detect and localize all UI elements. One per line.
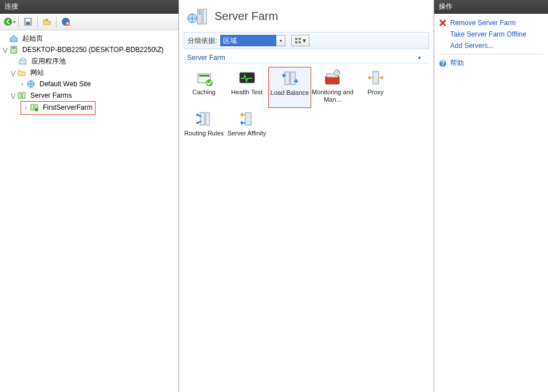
action-label: Take Server Farm Offline	[450, 30, 526, 38]
tree-sites[interactable]: ⋁ 网站	[1, 67, 178, 78]
toolbar-separator	[56, 16, 57, 27]
connections-header: 连接	[0, 0, 178, 14]
svg-point-0	[4, 18, 12, 26]
actions-panel: 操作 Remove Server Farm Take Server Farm O…	[434, 0, 548, 392]
group-by-dropdown-button[interactable]: ▾	[276, 35, 285, 46]
load-balance-icon	[280, 69, 300, 88]
actions-separator	[439, 54, 543, 54]
expand-toggle[interactable]: ⋁	[9, 70, 17, 76]
tree-label: 应用程序池	[30, 56, 67, 67]
svg-point-27	[206, 79, 213, 86]
svg-rect-12	[22, 93, 25, 98]
toolbar-separator	[37, 16, 38, 27]
svg-rect-35	[200, 113, 205, 125]
tree-default-site[interactable]: › Default Web Site	[1, 78, 178, 90]
svg-rect-9	[19, 60, 26, 64]
tree-first-server-farm[interactable]: › FirstServerFarm	[22, 102, 94, 113]
tree-label: Server Farms	[29, 91, 74, 100]
health-test-icon	[237, 68, 257, 87]
folder-icon	[17, 68, 26, 77]
action-label: Add Servers...	[450, 42, 494, 50]
connections-panel: 连接 ▾ 起始页 ⋁ DESKTOP-BDB2250 (DESKTOP-BDB2…	[0, 0, 179, 392]
svg-rect-26	[199, 75, 209, 77]
tree-server-farms[interactable]: ⋁ Server Farms	[1, 90, 178, 101]
feature-label: Server Affinity	[228, 130, 267, 137]
feature-load-balance[interactable]: Load Balance	[268, 67, 311, 108]
tree-label: 网站	[29, 67, 46, 78]
group-header-label: Server Farm	[187, 54, 225, 62]
tree-label: 起始页	[21, 33, 45, 44]
svg-point-38	[196, 122, 198, 124]
server-farm-title-icon	[187, 6, 208, 26]
svg-rect-19	[198, 11, 201, 12]
caching-icon	[194, 68, 214, 87]
svg-rect-22	[299, 38, 301, 40]
actions-header: 操作	[434, 0, 548, 14]
group-by-label: 分组依据:	[188, 36, 217, 46]
toolbar-separator	[18, 16, 19, 27]
action-add-servers[interactable]: Add Servers...	[439, 40, 543, 51]
remove-connection-button[interactable]	[59, 15, 73, 28]
tree-label: FirstServerFarm	[41, 103, 94, 112]
expand-toggle[interactable]: ⋁	[9, 93, 17, 99]
action-label: 帮助	[450, 58, 464, 68]
server-farm-item-icon	[30, 103, 39, 112]
tree-server-node[interactable]: ⋁ DESKTOP-BDB2250 (DESKTOP-BDB2250\Z)	[1, 44, 178, 55]
tree-start-page[interactable]: 起始页	[1, 33, 178, 44]
action-help[interactable]: ? 帮助	[439, 57, 543, 70]
connections-tree[interactable]: 起始页 ⋁ DESKTOP-BDB2250 (DESKTOP-BDB2250\Z…	[0, 30, 178, 117]
feature-label: Health Test	[231, 89, 263, 96]
svg-point-15	[35, 108, 38, 111]
home-icon	[9, 34, 18, 43]
svg-rect-2	[26, 19, 30, 21]
action-take-offline[interactable]: Take Server Farm Offline	[439, 29, 543, 40]
expand-toggle[interactable]: ⋁	[1, 47, 9, 53]
svg-point-37	[196, 114, 198, 116]
help-icon: ?	[439, 59, 447, 67]
tree-app-pools[interactable]: 应用程序池	[1, 55, 178, 67]
view-change-button[interactable]: ▾	[291, 35, 309, 46]
group-by-bar: 分组依据: 区域 ▾ ▾	[184, 32, 429, 49]
open-folder-button[interactable]	[40, 15, 54, 28]
collapse-icon[interactable]: ▴	[418, 54, 421, 62]
feature-monitoring[interactable]: Monitoring and Man...	[311, 67, 354, 108]
feature-routing-rules[interactable]: Routing Rules	[182, 108, 225, 149]
svg-rect-18	[203, 9, 207, 24]
expand-toggle[interactable]: ›	[22, 105, 30, 111]
connections-toolbar: ▾	[0, 14, 178, 30]
feature-grid: Caching Health Test Load Balance Monitor…	[182, 63, 434, 149]
svg-rect-4	[46, 19, 48, 21]
save-button[interactable]	[21, 15, 35, 28]
feature-proxy[interactable]: Proxy	[354, 67, 397, 108]
action-remove-server-farm[interactable]: Remove Server Farm	[439, 17, 543, 29]
group-by-value[interactable]: 区域	[220, 35, 276, 46]
feature-label: Proxy	[367, 89, 383, 96]
svg-rect-30	[291, 72, 295, 85]
globe-icon	[26, 79, 35, 89]
svg-rect-8	[12, 47, 15, 49]
feature-server-affinity[interactable]: Server Affinity	[225, 108, 268, 149]
group-by-combo[interactable]: 区域 ▾	[220, 35, 285, 46]
back-button[interactable]: ▾	[2, 15, 16, 28]
server-farm-icon	[17, 91, 26, 100]
svg-text:?: ?	[440, 59, 444, 67]
proxy-icon	[366, 68, 386, 87]
feature-label: Routing Rules	[184, 130, 224, 137]
monitoring-icon	[323, 68, 343, 87]
svg-rect-24	[299, 41, 301, 43]
tree-label: Default Web Site	[38, 79, 93, 89]
svg-rect-23	[295, 41, 297, 43]
server-affinity-icon	[237, 109, 257, 129]
expand-toggle[interactable]: ›	[18, 81, 26, 87]
svg-rect-7	[11, 46, 17, 53]
svg-rect-13	[31, 105, 34, 110]
svg-rect-34	[373, 71, 379, 84]
feature-label: Caching	[192, 89, 215, 96]
server-icon	[9, 45, 18, 54]
group-header[interactable]: Server Farm ▴	[182, 50, 429, 63]
feature-caching[interactable]: Caching	[182, 67, 225, 108]
svg-rect-11	[18, 93, 21, 98]
feature-health-test[interactable]: Health Test	[225, 67, 268, 108]
app-pool-icon	[18, 57, 27, 66]
delete-icon	[439, 19, 447, 27]
